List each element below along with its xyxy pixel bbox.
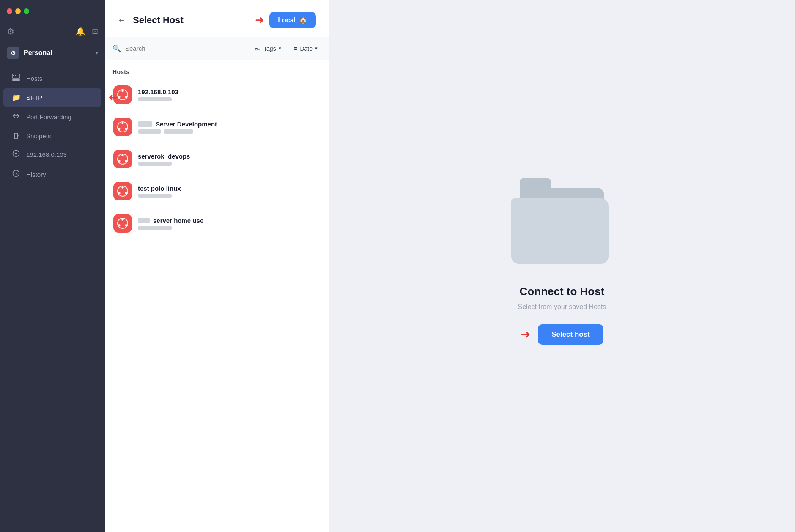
- local-button-label: Local: [278, 16, 296, 24]
- folder-illustration: [511, 188, 613, 268]
- host-name-5: server home use: [138, 217, 320, 224]
- hosts-icon: [12, 74, 20, 83]
- home-icon: 🏠: [299, 16, 307, 24]
- workspace-name: Personal: [24, 49, 91, 57]
- tags-filter-button[interactable]: 🏷 Tags ▾: [252, 44, 285, 54]
- svg-point-17: [125, 160, 127, 162]
- search-icon: 🔍: [112, 44, 121, 52]
- notification-icon[interactable]: 🔔: [76, 27, 85, 36]
- svg-point-8: [121, 90, 123, 92]
- terminal-icon[interactable]: ⊡: [92, 27, 98, 36]
- sidebar-top-right: 🔔 ⊡: [76, 27, 98, 36]
- local-button-arrow-annotation: ➜: [255, 14, 264, 27]
- select-host-row: ➜ Select host: [521, 324, 603, 345]
- svg-rect-2: [15, 75, 16, 76]
- sidebar-item-ip-host-label: 192.168.0.103: [26, 151, 67, 158]
- titlebar: [0, 0, 105, 22]
- host-sub-5: [138, 226, 172, 230]
- workspace-selector[interactable]: ⚙ Personal ▾: [0, 43, 105, 66]
- gear-icon[interactable]: ⚙: [7, 26, 14, 36]
- hosts-section-label: Hosts: [105, 60, 329, 80]
- search-filter-bar: 🔍 🏷 Tags ▾ ≡ Date ▾: [105, 37, 329, 60]
- host-sub-4: [138, 194, 172, 198]
- close-button[interactable]: [7, 8, 12, 14]
- folder-front: [511, 198, 609, 264]
- sidebar-item-port-forwarding[interactable]: Port Forwarding: [3, 107, 101, 126]
- svg-point-16: [121, 154, 123, 156]
- search-input[interactable]: [125, 45, 246, 52]
- host-details-5: server home use: [138, 217, 320, 230]
- sidebar-item-ip-host[interactable]: 192.168.0.103: [3, 145, 101, 164]
- host-sub-2a: [138, 129, 161, 134]
- svg-point-12: [121, 122, 123, 124]
- host-item-1[interactable]: 192.168.0.103: [108, 80, 325, 110]
- date-chevron-icon: ▾: [315, 46, 318, 51]
- host-name-2: Server Development: [138, 121, 320, 128]
- host-sub-3: [138, 162, 172, 166]
- host-item-2[interactable]: Server Development: [108, 112, 325, 142]
- minimize-button[interactable]: [15, 8, 21, 14]
- host-name-4: test polo linux: [138, 185, 320, 192]
- sidebar-top-icons: ⚙ 🔔 ⊡: [0, 22, 105, 43]
- ip-host-icon: [12, 150, 20, 159]
- select-host-arrow-annotation: ➜: [521, 327, 530, 341]
- sidebar-nav: Hosts 📁 SFTP ➜ Port Forwarding {} Sn: [0, 66, 105, 187]
- host-icon-2: [113, 118, 132, 136]
- svg-point-21: [125, 192, 127, 194]
- svg-point-24: [121, 219, 123, 221]
- search-container: 🔍: [112, 44, 246, 52]
- select-host-button[interactable]: Select host: [538, 324, 603, 345]
- content-split: ← Select Host ➜ Local 🏠 🔍: [105, 0, 795, 532]
- sidebar-item-port-forwarding-label: Port Forwarding: [26, 113, 71, 121]
- sidebar-item-hosts[interactable]: Hosts: [3, 69, 101, 88]
- chevron-down-icon: ▾: [96, 50, 98, 56]
- sidebar-item-sftp[interactable]: 📁 SFTP: [3, 88, 101, 107]
- traffic-lights: [7, 8, 29, 14]
- sidebar: ⚙ 🔔 ⊡ ⚙ Personal ▾ Hosts: [0, 0, 105, 532]
- svg-point-14: [118, 128, 120, 130]
- host-details-1: 192.168.0.103: [138, 88, 320, 101]
- sidebar-item-history-label: History: [26, 171, 46, 178]
- sftp-icon: 📁: [12, 93, 20, 102]
- date-label: Date: [300, 45, 313, 52]
- svg-point-20: [121, 186, 123, 189]
- host-icon-5: [113, 214, 132, 233]
- host-item-4[interactable]: test polo linux: [108, 176, 325, 206]
- host-details-3: serverok_devops: [138, 153, 320, 166]
- tags-icon: 🏷: [255, 45, 261, 52]
- maximize-button[interactable]: [24, 8, 29, 14]
- sidebar-item-snippets[interactable]: {} Snippets: [3, 127, 101, 144]
- svg-point-9: [125, 96, 127, 98]
- date-filter-icon: ≡: [294, 45, 298, 52]
- svg-rect-3: [12, 79, 20, 81]
- host-icon-4: [113, 182, 132, 200]
- host-item-3[interactable]: serverok_devops: [108, 144, 325, 174]
- right-panel: Connect to Host Select from your saved H…: [329, 0, 795, 532]
- svg-point-22: [118, 192, 120, 194]
- host-icon-3: [113, 150, 132, 168]
- panel-header: ← Select Host ➜ Local 🏠: [105, 0, 329, 37]
- header-arrow-container: ➜ Local 🏠: [255, 12, 316, 28]
- connect-to-host-subtitle: Select from your saved Hosts: [518, 303, 606, 311]
- sidebar-item-history[interactable]: History: [3, 165, 101, 184]
- sftp-arrow-annotation: ➜: [108, 91, 118, 104]
- host-name-1: 192.168.0.103: [138, 88, 320, 96]
- local-button[interactable]: Local 🏠: [269, 12, 316, 28]
- host-item-5[interactable]: server home use: [108, 208, 325, 239]
- svg-point-5: [15, 153, 17, 155]
- svg-point-10: [118, 96, 120, 98]
- tags-label: Tags: [263, 45, 276, 52]
- date-filter-button[interactable]: ≡ Date ▾: [291, 43, 321, 54]
- connect-to-host-title: Connect to Host: [520, 285, 605, 298]
- svg-point-25: [125, 224, 127, 226]
- sidebar-item-hosts-label: Hosts: [26, 75, 42, 82]
- sidebar-item-snippets-label: Snippets: [26, 132, 51, 140]
- back-button[interactable]: ←: [118, 15, 126, 25]
- port-forwarding-icon: [12, 112, 20, 122]
- history-icon: [12, 170, 20, 179]
- svg-point-26: [118, 224, 120, 226]
- host-details-2: Server Development: [138, 121, 320, 134]
- svg-point-18: [118, 160, 120, 162]
- host-sub-1: [138, 97, 172, 101]
- workspace-icon: ⚙: [7, 47, 19, 59]
